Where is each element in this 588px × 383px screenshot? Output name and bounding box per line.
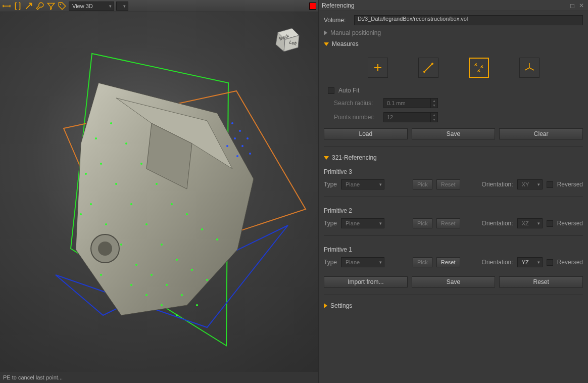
measures-load-button[interactable]: Load: [324, 128, 408, 139]
primitive-3-pick-button[interactable]: Pick: [413, 179, 432, 189]
primitive-1-block: Primitive 1 Type Plane Pick Reset Orient…: [324, 246, 583, 267]
panel-close-icon[interactable]: ✕: [578, 2, 585, 9]
svg-point-23: [191, 269, 193, 271]
svg-point-21: [161, 244, 163, 246]
measure-multi-point-button[interactable]: [469, 58, 489, 78]
tool-wrench-icon[interactable]: [35, 2, 44, 11]
search-radius-label: Search radius:: [334, 100, 379, 107]
svg-point-25: [151, 274, 153, 276]
primitive-1-reset-button[interactable]: Reset: [436, 257, 460, 267]
primitive-1-pick-button[interactable]: Pick: [413, 257, 432, 267]
record-indicator[interactable]: [309, 3, 316, 10]
measure-axes-button[interactable]: [519, 58, 540, 78]
svg-point-29: [130, 284, 132, 286]
left-pane: View 3D: [0, 0, 318, 383]
ref321-reset-button[interactable]: Reset: [499, 276, 583, 288]
tool-filter-icon[interactable]: [46, 2, 56, 11]
measures-title: Measures: [332, 40, 359, 47]
primitive-2-title: Primitive 2: [324, 207, 583, 214]
ref321-import-button[interactable]: Import from...: [324, 276, 408, 288]
tool-distance-icon[interactable]: [2, 2, 11, 11]
primitive-2-type-dropdown[interactable]: Plane: [341, 218, 384, 228]
svg-point-30: [145, 294, 148, 296]
measure-line-button[interactable]: [418, 58, 438, 78]
orientation-label: Orientation:: [482, 220, 513, 227]
viewport-3d[interactable]: Back Left: [0, 12, 318, 372]
svg-line-56: [529, 68, 534, 70]
viewport-toolbar: View 3D: [0, 0, 318, 12]
view-dropdown-2[interactable]: [116, 2, 128, 11]
svg-point-31: [161, 304, 163, 306]
svg-point-16: [145, 223, 148, 225]
svg-point-32: [176, 314, 178, 316]
svg-point-53: [423, 71, 425, 73]
type-label: Type: [324, 259, 337, 266]
svg-point-12: [156, 183, 158, 185]
svg-line-57: [525, 68, 529, 70]
primitive-3-reset-button[interactable]: Reset: [436, 179, 460, 189]
autofit-label: Auto Fit: [338, 87, 359, 94]
svg-point-37: [95, 137, 97, 139]
primitive-2-reversed-checkbox[interactable]: [547, 220, 553, 227]
autofit-checkbox[interactable]: [328, 87, 334, 94]
svg-point-39: [80, 213, 82, 215]
svg-point-27: [181, 294, 183, 296]
svg-point-42: [239, 130, 241, 132]
primitive-1-orientation-dropdown[interactable]: YZ: [517, 257, 543, 267]
right-panel: Referencing ◻ ✕ Volume: D:/3_Data/legran…: [318, 0, 588, 383]
tool-tag-icon[interactable]: [58, 2, 67, 11]
primitive-1-type-dropdown[interactable]: Plane: [341, 257, 384, 267]
svg-point-14: [115, 183, 117, 185]
measure-point-button[interactable]: [368, 58, 388, 78]
panel-body: Volume: D:/3_Data/legrandBox/reconstruct…: [319, 11, 588, 313]
svg-point-36: [216, 238, 218, 241]
primitive-2-reset-button[interactable]: Reset: [436, 218, 460, 228]
measures-save-button[interactable]: Save: [412, 128, 496, 139]
measures-clear-button[interactable]: Clear: [499, 128, 583, 139]
panel-title: Referencing: [322, 2, 355, 9]
ref321-save-button[interactable]: Save: [412, 276, 496, 288]
svg-point-15: [130, 203, 132, 205]
primitive-1-reversed-checkbox[interactable]: [547, 259, 553, 266]
svg-point-45: [241, 145, 243, 147]
tool-bracket-icon[interactable]: [13, 2, 22, 11]
svg-point-20: [135, 264, 137, 266]
svg-point-13: [100, 163, 102, 165]
primitive-1-title: Primitive 1: [324, 246, 583, 253]
chevron-down-icon: [324, 42, 329, 46]
ref321-title: 321-Referencing: [332, 154, 377, 161]
view-cube[interactable]: Back Left: [269, 22, 304, 58]
svg-point-34: [186, 213, 188, 215]
volume-path-input[interactable]: D:/3_Data/legrandBox/reconstruction/box.…: [354, 15, 583, 25]
svg-point-0: [60, 4, 61, 5]
primitive-2-pick-button[interactable]: Pick: [413, 218, 432, 228]
primitive-3-reversed-checkbox[interactable]: [547, 181, 553, 188]
svg-point-10: [125, 142, 127, 145]
svg-point-18: [105, 223, 107, 225]
section-manual-positioning[interactable]: Manual positioning: [324, 29, 583, 36]
svg-point-44: [234, 137, 236, 139]
reversed-label: Reversed: [557, 181, 583, 188]
section-321-referencing[interactable]: 321-Referencing: [324, 154, 583, 161]
primitive-2-orientation-dropdown[interactable]: XZ: [517, 218, 543, 228]
svg-point-28: [196, 304, 198, 306]
svg-point-11: [140, 163, 142, 165]
orientation-label: Orientation:: [482, 181, 513, 188]
points-number-spinner[interactable]: 12▲▼: [383, 112, 438, 122]
search-radius-spinner[interactable]: 0.1 mm▲▼: [383, 98, 438, 108]
panel-detach-icon[interactable]: ◻: [569, 2, 576, 9]
view-dropdown[interactable]: View 3D: [69, 2, 114, 11]
settings-title: Settings: [330, 302, 352, 309]
primitive-3-orientation-dropdown[interactable]: XY: [517, 179, 543, 189]
svg-point-48: [236, 155, 238, 157]
svg-point-35: [201, 228, 203, 230]
points-number-label: Points number:: [334, 114, 379, 121]
chevron-right-icon: [324, 30, 327, 35]
section-settings[interactable]: Settings: [324, 302, 583, 309]
section-measures[interactable]: Measures: [324, 40, 583, 47]
reversed-label: Reversed: [557, 259, 583, 266]
tool-arrow-icon[interactable]: [24, 2, 33, 11]
primitive-3-type-dropdown[interactable]: Plane: [341, 179, 384, 189]
svg-point-19: [120, 244, 122, 246]
orientation-label: Orientation:: [482, 259, 513, 266]
